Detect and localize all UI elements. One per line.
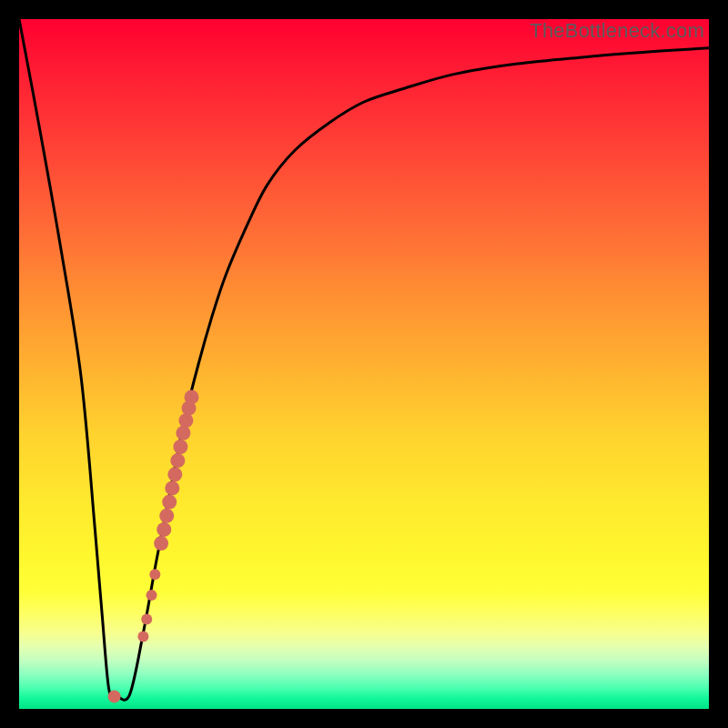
data-marker — [178, 413, 193, 428]
plot-area: TheBottleneck.com — [19, 19, 709, 709]
data-marker — [141, 614, 152, 625]
chart-frame: TheBottleneck.com — [0, 0, 728, 728]
chart-svg — [19, 19, 709, 709]
data-marker — [165, 480, 179, 495]
data-marker — [170, 453, 185, 468]
data-marker — [108, 690, 121, 703]
data-marker — [137, 631, 148, 642]
data-marker — [157, 522, 171, 537]
bottleneck-curve — [19, 19, 709, 700]
data-marker — [185, 389, 199, 404]
data-marker — [159, 509, 174, 523]
data-marker — [149, 569, 160, 580]
data-marker — [173, 440, 187, 454]
data-marker — [162, 495, 177, 510]
data-marker — [147, 590, 157, 601]
marker-group — [108, 389, 199, 703]
data-marker — [167, 467, 182, 481]
data-marker — [154, 536, 168, 551]
data-marker — [176, 426, 190, 440]
